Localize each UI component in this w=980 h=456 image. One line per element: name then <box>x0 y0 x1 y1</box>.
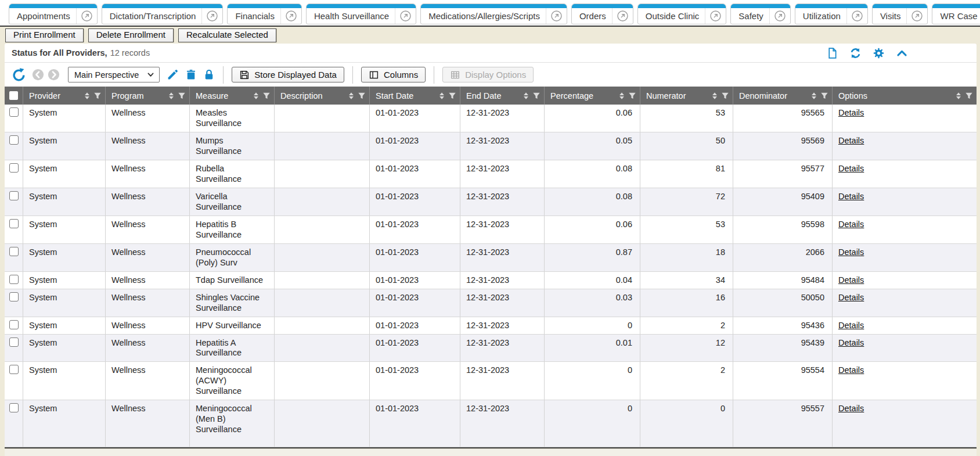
undo-icon[interactable] <box>12 67 26 82</box>
row-checkbox[interactable] <box>9 320 19 329</box>
sort-icon[interactable] <box>522 92 530 100</box>
filter-funnel-icon[interactable] <box>965 92 973 100</box>
print-enrollment-button[interactable]: Print Enrollment <box>5 28 84 42</box>
filter-funnel-icon[interactable] <box>532 92 541 100</box>
details-link[interactable]: Details <box>838 404 864 413</box>
filter-funnel-icon[interactable] <box>93 92 102 100</box>
sort-icon[interactable] <box>618 92 626 100</box>
row-checkbox[interactable] <box>9 247 19 256</box>
table-row: SystemWellnessVaricella Surveillance01-0… <box>5 188 977 216</box>
sort-icon[interactable] <box>810 92 818 100</box>
recalculate-selected-button[interactable]: Recalculate Selected <box>178 28 276 42</box>
details-link[interactable]: Details <box>838 247 864 257</box>
filter-funnel-icon[interactable] <box>178 92 186 100</box>
column-header-end-date[interactable]: End Date <box>460 87 545 105</box>
tab-visits[interactable]: Visits <box>872 3 928 24</box>
row-checkbox[interactable] <box>9 163 19 173</box>
row-checkbox[interactable] <box>9 403 19 412</box>
row-checkbox[interactable] <box>9 135 19 145</box>
tab-health-surveillance[interactable]: Health Surveillance <box>306 3 416 24</box>
sort-icon[interactable] <box>954 92 963 100</box>
column-header-start-date[interactable]: Start Date <box>370 87 460 105</box>
tab-wr-case-mgmt[interactable]: WR Case Mgmt <box>932 3 980 24</box>
details-link[interactable]: Details <box>838 293 864 302</box>
filter-funnel-icon[interactable] <box>448 92 456 100</box>
column-header-description[interactable]: Description <box>275 87 370 105</box>
tab-utilization[interactable]: Utilization <box>795 3 868 24</box>
horizontal-scrollbar[interactable] <box>5 448 977 456</box>
details-link[interactable]: Details <box>838 275 864 285</box>
open-in-new-window-icon[interactable] <box>612 8 633 24</box>
details-link[interactable]: Details <box>838 321 864 330</box>
tab-safety[interactable]: Safety <box>730 3 791 24</box>
row-checkbox[interactable] <box>9 191 19 200</box>
sort-icon[interactable] <box>167 92 175 100</box>
open-in-new-window-icon[interactable] <box>769 8 790 24</box>
store-displayed-data-button[interactable]: Store Displayed Data <box>232 67 344 82</box>
open-in-new-window-icon[interactable] <box>546 8 567 24</box>
new-document-icon[interactable] <box>826 47 838 59</box>
columns-button[interactable]: Columns <box>361 67 426 82</box>
filter-funnel-icon[interactable] <box>262 92 271 100</box>
select-all-checkbox[interactable] <box>5 87 23 105</box>
forward-icon[interactable] <box>48 69 60 81</box>
tab-content: Health Surveillance <box>307 8 416 24</box>
column-header-program[interactable]: Program <box>106 87 190 105</box>
filter-funnel-icon[interactable] <box>358 92 366 100</box>
filter-funnel-icon[interactable] <box>721 92 729 100</box>
gear-icon[interactable] <box>873 47 885 59</box>
row-checkbox[interactable] <box>9 275 19 284</box>
delete-enrollment-button[interactable]: Delete Enrollment <box>88 28 174 42</box>
back-icon[interactable] <box>32 69 44 81</box>
column-header-measure[interactable]: Measure <box>190 87 275 105</box>
collapse-chevron-up-icon[interactable] <box>896 47 908 59</box>
open-in-new-window-icon[interactable] <box>906 8 927 24</box>
tab-medications-allergies-scripts[interactable]: Medications/Allergies/Scripts <box>420 3 567 24</box>
sort-icon[interactable] <box>252 92 260 100</box>
details-link[interactable]: Details <box>838 164 864 173</box>
perspective-select[interactable]: Main Perspective <box>68 67 160 82</box>
row-checkbox[interactable] <box>9 365 19 374</box>
open-in-new-window-icon[interactable] <box>201 8 222 24</box>
tab-outside-clinic[interactable]: Outside Clinic <box>637 3 727 24</box>
details-link[interactable]: Details <box>838 136 864 145</box>
row-checkbox[interactable] <box>9 107 19 117</box>
select-all-checkbox-box[interactable] <box>9 91 18 100</box>
filter-funnel-icon[interactable] <box>820 92 828 100</box>
row-checkbox[interactable] <box>9 337 19 347</box>
refresh-icon[interactable] <box>849 47 862 59</box>
filter-funnel-icon[interactable] <box>628 92 636 100</box>
sort-icon[interactable] <box>83 92 91 100</box>
sort-icon[interactable] <box>438 92 446 100</box>
details-link[interactable]: Details <box>838 365 864 375</box>
open-in-new-window-icon[interactable] <box>846 8 867 24</box>
cell-denominator: 95554 <box>733 362 833 400</box>
pencil-icon[interactable] <box>167 69 179 81</box>
column-header-numerator[interactable]: Numerator <box>640 87 733 105</box>
tab-financials[interactable]: Financials <box>227 3 302 24</box>
tab-appointments[interactable]: Appointments <box>9 3 98 24</box>
column-header-provider[interactable]: Provider <box>23 87 106 105</box>
tab-dictation-transcription[interactable]: Dictation/Transcription <box>102 3 224 24</box>
row-checkbox[interactable] <box>9 219 19 228</box>
sort-icon[interactable] <box>347 92 355 100</box>
column-header-denominator[interactable]: Denominator <box>733 87 833 105</box>
lock-icon[interactable] <box>203 69 215 81</box>
tab-label: Medications/Allergies/Scripts <box>421 11 546 21</box>
details-link[interactable]: Details <box>838 192 864 201</box>
tab-orders[interactable]: Orders <box>571 3 633 24</box>
cell-checkbox <box>5 188 23 216</box>
details-link[interactable]: Details <box>838 108 864 117</box>
open-in-new-window-icon[interactable] <box>705 8 726 24</box>
column-header-options[interactable]: Options <box>833 87 977 105</box>
cell-provider: System <box>23 216 106 243</box>
details-link[interactable]: Details <box>838 338 864 347</box>
open-in-new-window-icon[interactable] <box>76 8 97 24</box>
trash-icon[interactable] <box>185 69 197 81</box>
details-link[interactable]: Details <box>838 220 864 229</box>
sort-icon[interactable] <box>711 92 719 100</box>
column-header-percentage[interactable]: Percentage <box>545 87 640 105</box>
row-checkbox[interactable] <box>9 292 19 301</box>
open-in-new-window-icon[interactable] <box>280 8 301 24</box>
open-in-new-window-icon[interactable] <box>395 8 416 24</box>
